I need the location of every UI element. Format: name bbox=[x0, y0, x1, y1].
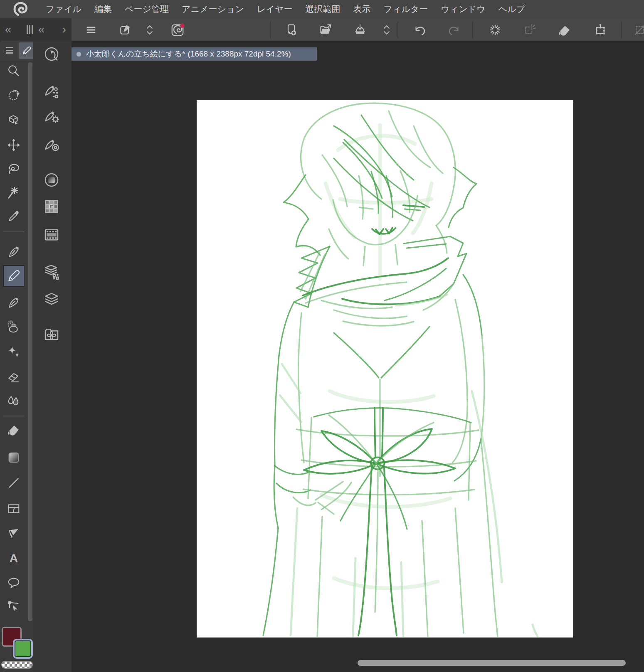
balloon-tool-icon[interactable] bbox=[5, 574, 22, 591]
fill-icon[interactable] bbox=[555, 21, 574, 39]
expand-panel-button[interactable]: › bbox=[62, 18, 66, 41]
brush-tool-icon[interactable] bbox=[5, 295, 22, 311]
command-bar-divider bbox=[472, 22, 473, 38]
correct-line-tool-icon[interactable] bbox=[5, 598, 22, 615]
open-file-icon[interactable] bbox=[316, 21, 335, 39]
menu-view[interactable]: 表示 bbox=[353, 0, 370, 18]
tool-property-header[interactable] bbox=[0, 41, 36, 61]
document-info: (1668 x 2388px 72dpi 54.2%) bbox=[188, 49, 291, 59]
command-bar-divider bbox=[621, 22, 622, 38]
collapse-all-panels-button[interactable]: « bbox=[5, 18, 11, 41]
auto-select-tool-icon[interactable] bbox=[5, 185, 22, 202]
panel-drag-handle[interactable] bbox=[27, 18, 34, 41]
gradient-tool-icon[interactable] bbox=[5, 449, 22, 466]
zoom-tool-icon[interactable] bbox=[5, 63, 22, 79]
clip-studio-paint-logo-icon[interactable] bbox=[11, 1, 30, 17]
menu-window[interactable]: ウィンドウ bbox=[441, 0, 485, 18]
animation-cels-icon[interactable] bbox=[42, 226, 61, 244]
airbrush-tool-icon[interactable] bbox=[5, 318, 22, 335]
rotate-view-tool-icon[interactable] bbox=[5, 87, 22, 103]
clip-studio-news-icon[interactable] bbox=[168, 21, 187, 39]
pen-settings-icon[interactable] bbox=[42, 108, 61, 126]
menu-selection[interactable]: 選択範囲 bbox=[305, 0, 340, 18]
svg-text:A: A bbox=[10, 551, 18, 565]
flag-tool-icon[interactable] bbox=[5, 525, 22, 542]
deselect-icon[interactable] bbox=[521, 21, 539, 39]
blend-tool-icon[interactable] bbox=[5, 393, 22, 409]
tool-panel-scrollbar[interactable] bbox=[28, 62, 32, 621]
document-tab-bar: 小太郎くんの立ち絵にする* (1668 x 2388px 72dpi 54.2%… bbox=[72, 41, 644, 61]
tool-panel: A bbox=[0, 61, 33, 672]
eyedropper-tool-icon[interactable] bbox=[5, 208, 22, 224]
sub-color-swatch[interactable] bbox=[13, 639, 33, 659]
command-bar-divider bbox=[270, 22, 271, 38]
horizontal-scrollbar[interactable] bbox=[358, 660, 626, 666]
command-bar-divider bbox=[397, 22, 398, 38]
command-bar bbox=[72, 18, 644, 42]
workspace bbox=[72, 61, 644, 672]
transparent-color-swatch[interactable] bbox=[1, 661, 33, 669]
menu-animation[interactable]: アニメーション bbox=[182, 0, 244, 18]
fill-tool-icon[interactable] bbox=[5, 421, 22, 438]
layers-icon[interactable] bbox=[42, 290, 61, 309]
menu-file[interactable]: ファイル bbox=[46, 0, 81, 18]
document-title: 小太郎くんの立ち絵にする* bbox=[86, 49, 185, 59]
eraser-tool-icon[interactable] bbox=[5, 369, 22, 385]
menu-help[interactable]: ヘルプ bbox=[498, 0, 525, 18]
menu-layer[interactable]: レイヤー bbox=[257, 0, 292, 18]
layer-property-icon[interactable] bbox=[42, 263, 61, 281]
auto-action-icon[interactable] bbox=[42, 82, 61, 101]
menu-page-management[interactable]: ページ管理 bbox=[125, 0, 169, 18]
pen-tool-icon[interactable] bbox=[5, 244, 22, 261]
text-tool-icon[interactable]: A bbox=[5, 550, 22, 567]
tool-panel-divider bbox=[3, 231, 24, 232]
collapse-group-icon[interactable] bbox=[378, 21, 396, 39]
canvas[interactable] bbox=[197, 100, 573, 638]
modified-indicator-dot bbox=[76, 52, 81, 57]
save-icon[interactable] bbox=[351, 21, 369, 39]
move-layer-tool-icon[interactable] bbox=[5, 137, 22, 153]
undo-icon[interactable] bbox=[410, 21, 429, 39]
reselect-icon[interactable] bbox=[486, 21, 504, 39]
frame-border-tool-icon[interactable] bbox=[5, 500, 22, 517]
scale-rotate-icon[interactable] bbox=[591, 21, 609, 39]
tool-property-menu-icon[interactable] bbox=[6, 47, 13, 55]
collapse-panel-button[interactable]: « bbox=[38, 18, 44, 41]
menu-items: ファイル 編集 ページ管理 アニメーション レイヤー 選択範囲 表示 フィルター… bbox=[46, 0, 525, 18]
operation-tool-icon[interactable] bbox=[5, 112, 22, 128]
lasso-tool-icon[interactable] bbox=[5, 160, 22, 177]
menu-bar: ファイル 編集 ページ管理 アニメーション レイヤー 選択範囲 表示 フィルター… bbox=[0, 0, 644, 18]
clip-studio-paint-window: { "menu_bar": { "logo": "clip-studio-pai… bbox=[0, 0, 644, 672]
pen-pressure-icon[interactable] bbox=[42, 136, 61, 155]
current-tool-preview-pencil-icon[interactable] bbox=[19, 42, 35, 59]
document-tab[interactable]: 小太郎くんの立ち絵にする* (1668 x 2388px 72dpi 54.2%… bbox=[72, 47, 317, 61]
tool-panel-divider bbox=[3, 416, 24, 416]
panel-launcher-column bbox=[33, 41, 72, 672]
clear-selection-icon[interactable] bbox=[631, 21, 644, 39]
menu-filter[interactable]: フィルター bbox=[383, 0, 428, 18]
edit-in-clip-studio-icon[interactable] bbox=[116, 21, 134, 39]
materials-folder-icon[interactable] bbox=[42, 325, 61, 343]
redo-icon[interactable] bbox=[445, 21, 464, 39]
sketch-drawing bbox=[197, 100, 573, 638]
panel-controls: « « › bbox=[0, 18, 72, 41]
new-canvas-icon[interactable] bbox=[282, 21, 301, 39]
decoration-tool-icon[interactable] bbox=[5, 344, 22, 360]
tone-icon[interactable] bbox=[42, 171, 61, 189]
quick-access-icon[interactable] bbox=[42, 45, 61, 63]
menu-edit[interactable]: 編集 bbox=[94, 0, 112, 18]
collapse-group-icon[interactable] bbox=[141, 21, 159, 39]
figure-tool-icon[interactable] bbox=[5, 475, 22, 491]
material-grid-icon[interactable] bbox=[42, 197, 61, 216]
main-menu-icon[interactable] bbox=[82, 21, 100, 39]
pencil-tool-icon[interactable] bbox=[3, 265, 25, 287]
